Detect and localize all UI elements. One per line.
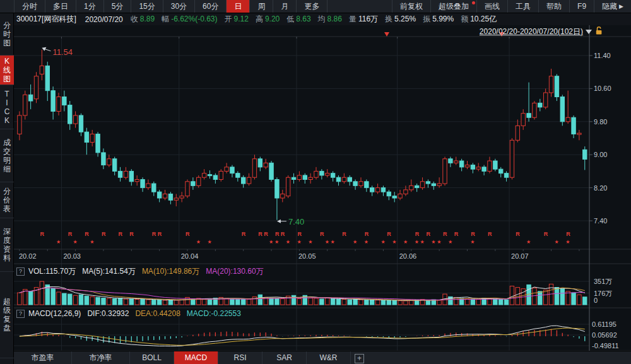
- macd-header-value: DEA:0.44208: [135, 309, 180, 318]
- macd-header-value: MACD(12,26,9): [28, 309, 81, 318]
- svg-text:★: ★: [196, 239, 201, 245]
- lock-icon[interactable]: [595, 26, 603, 37]
- svg-text:R: R: [342, 231, 346, 237]
- svg-text:R: R: [454, 231, 459, 237]
- add-indicator-button[interactable]: +: [355, 354, 364, 363]
- svg-text:★: ★: [353, 239, 357, 245]
- svg-text:★: ★: [325, 239, 329, 245]
- svg-text:R: R: [387, 231, 391, 237]
- indicator-tab-bar: 市盈率市净率BOLLMACDRSISARW&R+: [14, 351, 631, 364]
- svg-text:★: ★: [286, 239, 290, 245]
- svg-text:R: R: [320, 231, 324, 237]
- chevron-down-icon[interactable]: [586, 30, 592, 34]
- macd-pane-header: ? MACD(12,26,9)DIF:0.32932DEA:0.44208MAC…: [16, 309, 247, 318]
- volume-indicator-values: VOL:115.70万MA(5):141.54万MA(10):149.86万MA…: [28, 267, 270, 276]
- svg-text:R: R: [516, 231, 520, 237]
- svg-text:★: ★: [207, 239, 211, 245]
- indicator-tab-市盈率[interactable]: 市盈率: [14, 351, 72, 364]
- annotations-layer: [42, 32, 504, 223]
- svg-text:R: R: [102, 231, 106, 237]
- svg-text:R: R: [281, 231, 285, 237]
- price-axis-label: 10.60: [594, 85, 611, 92]
- svg-text:★: ★: [437, 239, 441, 245]
- svg-text:R: R: [426, 231, 430, 237]
- volume-axis-label: 0: [594, 297, 598, 304]
- svg-text:★: ★: [380, 239, 385, 245]
- svg-text:R: R: [488, 231, 492, 237]
- svg-text:R: R: [471, 231, 475, 237]
- svg-text:★: ★: [331, 239, 335, 245]
- svg-text:R: R: [129, 231, 134, 237]
- time-axis-label: 20.02: [19, 253, 37, 260]
- help-icon[interactable]: ?: [16, 310, 25, 318]
- svg-text:R: R: [119, 231, 123, 237]
- svg-text:R: R: [85, 231, 89, 237]
- help-icon[interactable]: ?: [16, 267, 25, 276]
- volume-axis-label: 176万: [594, 290, 612, 297]
- svg-text:★: ★: [269, 239, 273, 245]
- svg-text:★: ★: [470, 239, 475, 245]
- volume-header-value: MA(20):130.60万: [206, 267, 263, 276]
- price-axis-label: 9.80: [594, 119, 607, 126]
- volume-axis-label: 351万: [594, 278, 612, 285]
- svg-text:R: R: [415, 231, 420, 237]
- volume-header-value: MA(10):149.86万: [142, 267, 199, 276]
- svg-text:★: ★: [448, 239, 452, 245]
- svg-text:★: ★: [392, 239, 396, 245]
- indicator-tab-SAR[interactable]: SAR: [262, 351, 307, 364]
- svg-text:★: ★: [73, 239, 78, 245]
- macd-header-value: MACD:-0.22553: [187, 309, 241, 318]
- svg-text:R: R: [264, 231, 268, 237]
- svg-text:★: ★: [554, 239, 558, 245]
- svg-text:★: ★: [274, 239, 279, 245]
- svg-text:★: ★: [364, 239, 369, 245]
- high-price-annotation: 11.54: [52, 48, 73, 56]
- svg-text:★: ★: [431, 239, 435, 245]
- date-range-label[interactable]: 2020/02/20-2020/07/20(102日): [480, 26, 583, 37]
- time-axis-label: 20.07: [511, 253, 529, 260]
- macd-header-value: DIF:0.32932: [87, 309, 129, 318]
- price-axis-label: 8.20: [594, 185, 607, 192]
- macd-axis-label: 0.05692: [592, 332, 617, 339]
- macd-axis-label: -0.49811: [592, 343, 619, 349]
- indicator-tab-RSI[interactable]: RSI: [218, 351, 262, 364]
- svg-text:★: ★: [90, 239, 94, 245]
- svg-text:R: R: [566, 231, 570, 237]
- time-axis-label: 20.04: [181, 253, 199, 260]
- price-axis-label: 11.40: [594, 52, 611, 59]
- svg-text:R: R: [158, 231, 162, 237]
- svg-text:★: ★: [56, 239, 61, 245]
- indicator-tab-W&R[interactable]: W&R: [307, 351, 351, 364]
- svg-text:R: R: [152, 231, 156, 237]
- indicator-tab-MACD[interactable]: MACD: [174, 351, 218, 364]
- macd-indicator-values: MACD(12,26,9)DIF:0.32932DEA:0.44208MACD:…: [28, 309, 247, 318]
- svg-text:R: R: [242, 231, 246, 237]
- low-price-annotation: 7.40: [288, 218, 304, 226]
- svg-text:R: R: [443, 231, 447, 237]
- svg-text:★: ★: [308, 239, 312, 245]
- svg-text:★: ★: [526, 239, 531, 245]
- svg-text:★: ★: [403, 239, 408, 245]
- indicator-tab-市净率[interactable]: 市净率: [72, 351, 130, 364]
- svg-text:★: ★: [415, 239, 419, 245]
- indicator-tab-BOLL[interactable]: BOLL: [130, 351, 174, 364]
- svg-text:R: R: [68, 231, 73, 237]
- svg-text:R: R: [544, 231, 548, 237]
- svg-text:★: ★: [297, 239, 301, 245]
- event-markers-layer: RRRRRRRRRRRRRRRRRRRRRRRRRRRR★★★★★★★★★★★★…: [40, 231, 570, 245]
- macd-layer: [20, 326, 585, 346]
- time-axis-label: 20.05: [298, 253, 316, 260]
- candles-layer: [18, 50, 587, 220]
- svg-text:★: ★: [420, 239, 425, 245]
- date-range-selector[interactable]: 2020/02/20-2020/07/20(102日): [480, 27, 603, 36]
- volume-header-value: VOL:115.70万: [28, 267, 76, 276]
- svg-text:R: R: [40, 231, 44, 237]
- svg-text:R: R: [297, 231, 302, 237]
- time-axis-label: 20.06: [399, 253, 417, 260]
- macd-axis-label: 0.61195: [592, 321, 616, 328]
- time-axis-label: 20.03: [63, 253, 81, 260]
- price-axis-label: 7.40: [594, 218, 607, 225]
- svg-text:★: ★: [565, 239, 570, 245]
- volume-header-value: MA(5):141.54万: [82, 267, 136, 276]
- svg-text:R: R: [365, 231, 369, 237]
